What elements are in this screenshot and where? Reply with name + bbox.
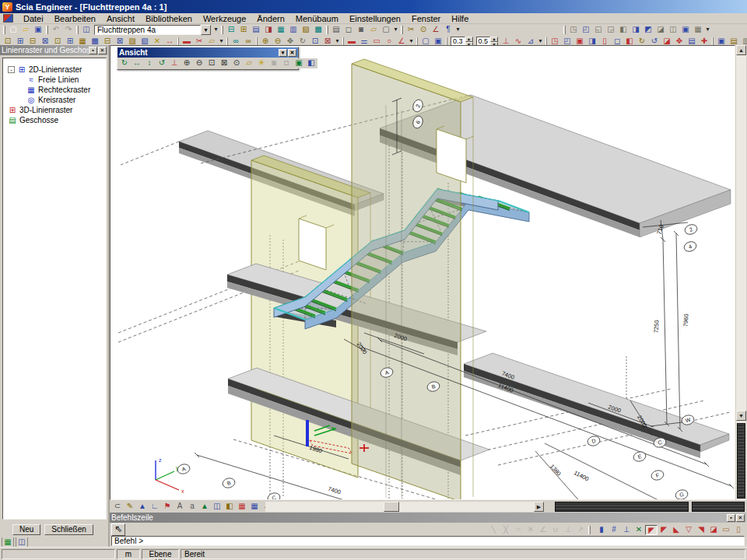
view-params-icon[interactable]: ◧ xyxy=(305,58,317,68)
label-b-icon[interactable]: a xyxy=(186,502,198,512)
snap-node-icon[interactable]: ◤ xyxy=(658,525,670,535)
results-table-icon[interactable]: ▩ xyxy=(312,25,324,35)
horizontal-scrollbar[interactable]: ▶ xyxy=(265,502,544,512)
zoom-in-icon[interactable]: ⊕ xyxy=(181,58,193,68)
label-a-icon[interactable]: A xyxy=(174,502,186,512)
menu-item-fenster[interactable]: Fenster xyxy=(406,13,446,24)
ansicht-toolbar[interactable]: Ansicht ▾ ✕ ↻↔↕↺⊥⊕⊖⊡⊠⊙▱☀◙◘▣◧ xyxy=(117,47,299,70)
hidden-lines-view-icon[interactable]: ◲ xyxy=(605,25,617,35)
dropdown-arrow[interactable]: ▾ xyxy=(704,25,711,35)
zoom-selection-icon[interactable]: ⊙ xyxy=(230,58,243,68)
wireframe-view-icon[interactable]: ◳ xyxy=(567,25,580,35)
tree-item-label[interactable]: 2D-Linienraster xyxy=(29,65,82,74)
spin-up-icon[interactable]: ▲ xyxy=(490,37,498,42)
toolbar-grip[interactable] xyxy=(563,26,566,34)
pan-view-icon[interactable]: ↔ xyxy=(131,58,143,68)
clip-box-icon[interactable]: ▣ xyxy=(679,25,692,35)
zoom-all-icon[interactable]: ⊠ xyxy=(218,58,230,68)
project-combobox-value[interactable]: Fluchttreppen 4a xyxy=(94,25,201,35)
copy-picture-icon[interactable]: ▢ xyxy=(380,25,392,35)
bim-toolbox-icon[interactable]: ▦ xyxy=(275,25,287,35)
view-top-icon[interactable]: ◧ xyxy=(617,25,630,35)
menu-item-menbaum[interactable]: Menübaum xyxy=(290,13,344,24)
menu-item-ndern[interactable]: Ändern xyxy=(251,13,289,24)
snap-cross-icon[interactable]: ╳ xyxy=(500,525,512,535)
close-icon[interactable]: ✕ xyxy=(288,49,296,57)
new-project-icon[interactable]: ▢ xyxy=(7,25,19,35)
menu-item-bearbeiten[interactable]: Bearbeiten xyxy=(49,13,101,24)
open-project-icon[interactable]: ▱ xyxy=(19,25,32,35)
info-icon[interactable]: ¶ xyxy=(442,25,454,35)
schliessen-button[interactable]: Schließen xyxy=(44,524,93,535)
tree-item-2d-linienraster[interactable]: -⊞2D-Linienraster xyxy=(6,65,106,75)
tree-item-freie-linien[interactable]: ≈Freie Linien xyxy=(6,75,106,85)
tree-item-3d-linienraster[interactable]: ⊞3D-Linienraster xyxy=(6,105,106,115)
render-icon[interactable]: ◙ xyxy=(268,58,280,68)
scroll-dark-thumb[interactable] xyxy=(737,423,745,499)
undo-icon[interactable]: ↶ xyxy=(50,25,62,35)
tree-item-label[interactable]: Rechteckraster xyxy=(38,86,90,94)
scroll-up-icon[interactable]: ▲ xyxy=(736,45,746,55)
light-icon[interactable]: ☀ xyxy=(255,58,268,68)
snap-tangent-icon[interactable]: ∪ xyxy=(549,525,562,535)
combobox-dropdown-icon[interactable]: ▼ xyxy=(201,25,211,35)
terrain-icon[interactable]: ▲ xyxy=(198,502,211,512)
tree-item-kreisraster[interactable]: ◎Kreisraster xyxy=(6,95,106,105)
toolbar-grip[interactable] xyxy=(416,37,418,46)
snap-surface-icon[interactable]: ▭ xyxy=(720,525,732,535)
zoom-out-icon[interactable]: ⊖ xyxy=(193,58,205,68)
view-manager-icon[interactable]: ▣ xyxy=(293,58,305,68)
cursor-settings-icon[interactable]: ▮ xyxy=(595,525,608,535)
tree-item-label[interactable]: Geschosse xyxy=(19,116,58,124)
rendered-view-icon[interactable]: ◱ xyxy=(592,25,605,35)
snap-midpoint-icon[interactable]: ✕ xyxy=(633,525,645,535)
orbit-view-icon[interactable]: ↺ xyxy=(156,58,168,68)
vertical-scrollbar[interactable]: ▲ ▼ xyxy=(736,45,746,500)
model-viewport[interactable]: z y x 7107250796074001140020002000200020… xyxy=(110,45,735,500)
perspective-view-icon[interactable]: ◫ xyxy=(667,25,679,35)
menu-item-ansicht[interactable]: Ansicht xyxy=(101,13,140,24)
pin-icon[interactable]: ▪ xyxy=(89,47,97,54)
snap-trash-icon[interactable]: ▯ xyxy=(732,525,745,535)
tree-item-geschosse[interactable]: ▤Geschosse xyxy=(6,115,106,125)
print-icon[interactable]: ▤ xyxy=(330,25,342,35)
expander-icon[interactable]: - xyxy=(8,66,15,73)
project-folder-icon[interactable]: ▱ xyxy=(367,25,380,35)
camera-icon[interactable]: ◘ xyxy=(280,58,293,68)
collapse-icon[interactable]: ▾ xyxy=(279,49,287,57)
snap-ortho-point-icon[interactable]: ▽ xyxy=(682,525,695,535)
clipboard-icon[interactable]: ✂ xyxy=(405,25,417,35)
rotate-view-icon[interactable]: ↻ xyxy=(118,58,131,68)
toolbar-grip[interactable] xyxy=(342,37,344,46)
tree-item-label[interactable]: Kreisraster xyxy=(38,96,75,104)
snap-edge-icon[interactable]: ◪ xyxy=(707,525,720,535)
dark-bar-right[interactable] xyxy=(692,502,745,512)
measure-icon[interactable]: ∠ xyxy=(430,25,442,35)
spin-up-icon[interactable]: ▲ xyxy=(465,37,473,42)
snap-angle-icon[interactable]: ∠ xyxy=(537,525,549,535)
menu-item-bibliotheken[interactable]: Bibliotheken xyxy=(140,13,198,24)
pick-cursor-icon[interactable]: ⇖ xyxy=(111,523,125,536)
view-side-icon[interactable]: ◩ xyxy=(642,25,654,35)
layers-icon[interactable]: ◨ xyxy=(262,25,275,35)
profile-icon[interactable]: ∟ xyxy=(149,502,161,512)
mdi-child-icon[interactable] xyxy=(3,14,13,23)
toolbar-grip[interactable] xyxy=(401,26,403,34)
window-icon[interactable]: ◫ xyxy=(211,502,223,512)
toolbar-grip[interactable] xyxy=(588,526,591,534)
document-icon[interactable]: ▥ xyxy=(287,25,300,35)
zoom-view-icon[interactable]: ↕ xyxy=(143,58,156,68)
snap-intersection-icon[interactable]: ◣ xyxy=(670,525,682,535)
project-combobox[interactable]: Fluchttreppen 4a ▼ xyxy=(94,25,211,35)
shaded-view-icon[interactable]: ◰ xyxy=(580,25,592,35)
save-icon[interactable]: ▣ xyxy=(32,25,44,35)
tree-item-rechteckraster[interactable]: ▦Rechteckraster xyxy=(6,85,106,95)
grid-blue-icon[interactable]: ▦ xyxy=(248,502,261,512)
zoom-window-icon[interactable]: ⊡ xyxy=(205,58,218,68)
menu-item-werkzeuge[interactable]: Werkzeuge xyxy=(198,13,251,24)
menu-item-datei[interactable]: Datei xyxy=(18,13,49,24)
dark-bar-left[interactable] xyxy=(555,502,689,512)
zoom-document-icon[interactable]: ⊙ xyxy=(417,25,430,35)
screenshot-icon[interactable]: ◙ xyxy=(355,25,367,35)
layout-icon[interactable]: ◧ xyxy=(223,502,236,512)
